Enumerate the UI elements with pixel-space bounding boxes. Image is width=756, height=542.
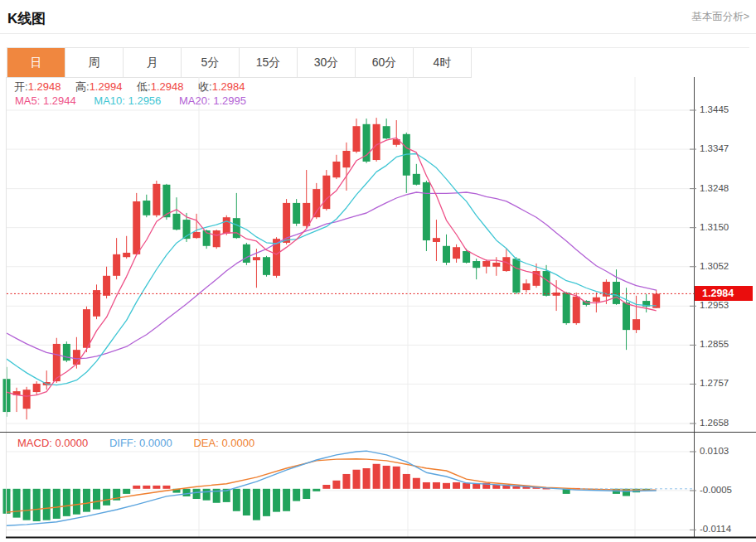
macd-legend: MACD: 0.0000 DIFF: 0.0000 DEA: 0.0000 [17, 437, 273, 449]
kline-app: K线图 基本面分析> 日周月5分15分30分60分4时 开:1.2948 高:1… [0, 0, 756, 542]
macd-tick-label: -0.0114 [700, 524, 731, 534]
price-tick-label: 1.3445 [700, 104, 729, 114]
price-tick-label: 1.2757 [700, 378, 729, 388]
macd-tick-label: 0.0103 [700, 446, 729, 456]
high-label: 高: [75, 80, 90, 93]
current-price-tag: 1.2984 [695, 286, 753, 301]
macd-tick-label: -0.0005 [700, 485, 732, 495]
dea-value-legend: DEA: 0.0000 [193, 437, 254, 449]
ma20-legend: MA20: 1.2995 [179, 94, 246, 107]
ma-legend: MA5: 1.2944 MA10: 1.2956 MA20: 1.2995 [15, 94, 261, 107]
price-tick-label: 1.3248 [700, 183, 729, 193]
open-value: 1.2948 [28, 80, 61, 93]
ma20-line [7, 192, 657, 359]
open-label: 开: [14, 80, 28, 93]
price-tick-label: 1.3347 [700, 143, 729, 153]
low-value: 1.2948 [151, 80, 184, 93]
ma5-legend: MA5: 1.2944 [15, 94, 76, 107]
diff-value-legend: DIFF: 0.0000 [109, 437, 172, 449]
price-tick-label: 1.3150 [700, 222, 729, 232]
price-tick-label: 1.2855 [700, 339, 729, 349]
candlestick-series [3, 118, 661, 419]
macd-value-legend: MACD: 0.0000 [17, 437, 88, 449]
price-tick-label: 1.2658 [700, 418, 729, 428]
price-tick-label: 1.2953 [700, 300, 729, 310]
low-label: 低: [137, 80, 151, 93]
ma10-legend: MA10: 1.2956 [94, 94, 161, 107]
ohlc-legend: 开:1.2948 高:1.2994 低:1.2948 收:1.2984 [14, 80, 256, 94]
close-value: 1.2984 [212, 80, 245, 93]
macd-histogram [3, 464, 651, 521]
close-label: 收: [198, 80, 212, 93]
high-value: 1.2994 [90, 80, 123, 93]
price-tick-label: 1.3052 [700, 261, 729, 271]
diff-line [7, 451, 657, 525]
